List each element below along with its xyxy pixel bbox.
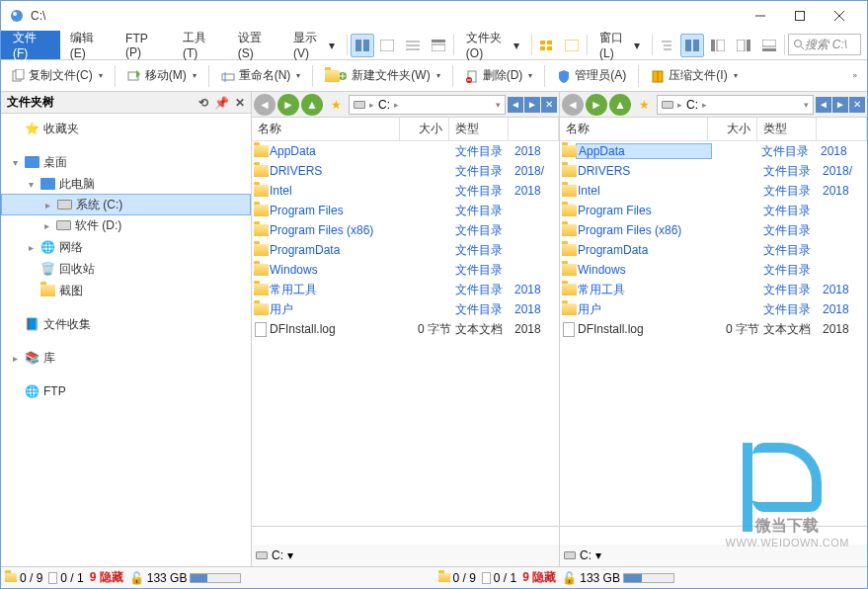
- menu-file[interactable]: 文件(F): [1, 31, 60, 59]
- minimize-button[interactable]: [741, 2, 780, 30]
- list-item[interactable]: 常用工具 文件目录 2018: [560, 280, 867, 299]
- folder-icon: [254, 205, 269, 216]
- col-date: [817, 118, 867, 140]
- menu-view[interactable]: 显示(V)▾: [283, 31, 345, 59]
- toolbar-overflow[interactable]: »: [845, 64, 863, 88]
- list-item[interactable]: Windows 文件目录: [560, 260, 867, 280]
- menubar: 文件(F) 编辑(E) FTP (P) 工具(T) 设置(S) 显示(V)▾ 文…: [1, 31, 867, 60]
- column-header[interactable]: 名称 大小 类型: [560, 118, 867, 141]
- tree-sync-icon[interactable]: ⟲: [198, 96, 208, 110]
- layout-detail-button[interactable]: [427, 34, 450, 57]
- nav-forward-button[interactable]: ►: [277, 94, 299, 116]
- list-item[interactable]: Program Files 文件目录: [252, 201, 559, 220]
- nav-favorite-button[interactable]: ★: [325, 94, 347, 116]
- svg-rect-27: [747, 40, 750, 51]
- svg-point-0: [11, 10, 23, 22]
- menu-folders[interactable]: 文件夹(O)▾: [456, 31, 529, 59]
- delete-button[interactable]: 删除(D)▾: [459, 64, 539, 88]
- file-list[interactable]: AppData 文件目录 2018 DRIVERS 文件目录 2018/ Int…: [252, 141, 559, 526]
- tree-desktop[interactable]: ▾桌面: [1, 151, 251, 173]
- list-item[interactable]: DRIVERS 文件目录 2018/: [560, 161, 867, 181]
- nav-back-button[interactable]: ◄: [562, 94, 584, 116]
- nav-up-button[interactable]: ▲: [609, 94, 631, 116]
- tree-network[interactable]: ▸🌐网络: [1, 236, 251, 258]
- newfolder-button[interactable]: 新建文件夹(W)▾: [319, 64, 445, 88]
- panel-split-button[interactable]: [680, 34, 704, 57]
- tree-drive-d[interactable]: ▸软件 (D:): [1, 214, 251, 236]
- list-item[interactable]: Program Files (x86) 文件目录: [252, 220, 559, 240]
- panel-bottom-button[interactable]: [757, 34, 781, 57]
- svg-rect-6: [355, 40, 361, 51]
- tree-filecollect[interactable]: 📘文件收集: [1, 313, 251, 335]
- list-item[interactable]: 用户 文件目录 2018: [252, 299, 559, 319]
- list-item[interactable]: ProgramData 文件目录: [252, 240, 559, 260]
- svg-rect-28: [762, 40, 776, 46]
- tree-pin-icon[interactable]: 📌: [214, 96, 229, 110]
- panel-left-button[interactable]: [706, 34, 730, 57]
- column-header[interactable]: 名称 大小 类型: [252, 118, 559, 141]
- list-item[interactable]: Intel 文件目录 2018: [252, 181, 559, 201]
- menu-ftp[interactable]: FTP (P): [116, 31, 173, 59]
- menu-tools[interactable]: 工具(T): [173, 31, 228, 59]
- svg-rect-16: [540, 46, 545, 50]
- list-item[interactable]: AppData 文件目录 2018: [252, 141, 559, 161]
- tree-thispc[interactable]: ▾此电脑: [1, 173, 251, 195]
- nav-favorite-button[interactable]: ★: [633, 94, 655, 116]
- folder-icon: [254, 303, 269, 315]
- nav-end-buttons[interactable]: ◄►✕: [508, 97, 557, 113]
- list-item[interactable]: AppData 文件目录 2018: [560, 141, 867, 161]
- path-bar[interactable]: ▸C:▸ ▾: [657, 95, 814, 115]
- maximize-button[interactable]: [780, 2, 820, 30]
- tree-recycle[interactable]: 🗑️回收站: [1, 258, 251, 280]
- svg-line-31: [801, 46, 804, 49]
- layout-single-button[interactable]: [376, 34, 400, 57]
- titlebar: C:\: [1, 1, 867, 31]
- admin-button[interactable]: 管理员(A): [551, 64, 632, 88]
- view-icons-button[interactable]: [535, 34, 559, 57]
- menu-window[interactable]: 窗口(L)▾: [590, 31, 650, 59]
- layout-list-button[interactable]: [401, 34, 425, 57]
- col-type: 类型: [449, 118, 509, 140]
- panel-right-button[interactable]: [732, 34, 755, 57]
- panel-tree-button[interactable]: [656, 34, 679, 57]
- nav-up-button[interactable]: ▲: [301, 94, 323, 116]
- tree-ftp[interactable]: 🌐FTP: [1, 380, 251, 402]
- move-button[interactable]: 移动(M)▾: [121, 64, 202, 88]
- col-name: 名称: [560, 118, 708, 140]
- menu-settings[interactable]: 设置(S): [228, 31, 283, 59]
- nav-forward-button[interactable]: ►: [586, 94, 607, 116]
- list-item[interactable]: Windows 文件目录: [252, 260, 559, 280]
- search-input[interactable]: 搜索 C:\: [788, 34, 861, 55]
- tree-favorites[interactable]: ⭐收藏夹: [1, 118, 251, 139]
- watermark-logo-icon: [752, 443, 822, 512]
- nav-end-buttons[interactable]: ◄►✕: [816, 97, 865, 113]
- list-item[interactable]: DFInstall.log 0 字节 文本文档 2018: [560, 319, 867, 339]
- tree-close-icon[interactable]: ✕: [235, 96, 245, 110]
- list-item[interactable]: Program Files (x86) 文件目录: [560, 220, 867, 240]
- list-item[interactable]: ProgramData 文件目录: [560, 240, 867, 260]
- nav-back-button[interactable]: ◄: [254, 94, 276, 116]
- copy-button[interactable]: 复制文件(C)▾: [5, 64, 109, 88]
- tree-screenshot[interactable]: 截图: [1, 280, 251, 301]
- drive-bar[interactable]: C:▾: [252, 545, 559, 566]
- tree-drive-c[interactable]: ▸系统 (C:): [1, 194, 251, 215]
- menu-edit[interactable]: 编辑(E): [60, 31, 116, 59]
- close-button[interactable]: [820, 2, 859, 30]
- list-item[interactable]: DRIVERS 文件目录 2018/: [252, 161, 559, 181]
- path-bar[interactable]: ▸C:▸ ▾: [349, 95, 506, 115]
- disk-icon: [564, 551, 576, 559]
- tree-library[interactable]: ▸📚库: [1, 347, 251, 369]
- svg-rect-7: [363, 40, 369, 51]
- list-item[interactable]: 用户 文件目录 2018: [560, 299, 867, 319]
- compress-button[interactable]: 压缩文件(I)▾: [645, 64, 743, 88]
- list-item[interactable]: Intel 文件目录 2018: [560, 181, 867, 201]
- list-item[interactable]: DFInstall.log 0 字节 文本文档 2018: [252, 319, 559, 339]
- status-folders: 0 / 9: [5, 571, 42, 585]
- list-item[interactable]: Program Files 文件目录: [560, 201, 867, 220]
- layout-dual-button[interactable]: [351, 34, 374, 57]
- list-item[interactable]: 常用工具 文件目录 2018: [252, 280, 559, 299]
- folder-icon: [562, 284, 577, 295]
- tree-body[interactable]: ⭐收藏夹 ▾桌面 ▾此电脑 ▸系统 (C:) ▸软件 (D:) ▸🌐网络 🗑️回…: [1, 114, 251, 566]
- rename-button[interactable]: 重命名(N)▾: [215, 64, 307, 88]
- view-thumb-button[interactable]: [560, 34, 584, 57]
